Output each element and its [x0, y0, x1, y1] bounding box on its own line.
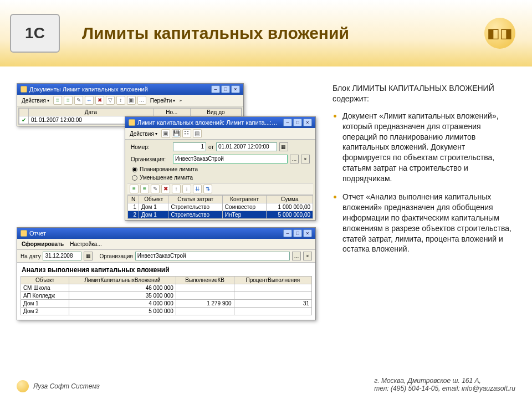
- grid-down-icon[interactable]: ↓: [182, 185, 191, 193]
- add-icon[interactable]: ≡: [53, 96, 62, 105]
- col-kind[interactable]: Вид до: [190, 109, 241, 116]
- post-icon[interactable]: ▣: [127, 96, 136, 105]
- titlebar[interactable]: Отчет – □ ×: [17, 228, 315, 239]
- actions-menu[interactable]: Действия▾: [127, 130, 160, 138]
- col-pct[interactable]: ПроцентВыполнения: [234, 277, 311, 284]
- grid-delete-icon[interactable]: ✖: [161, 185, 170, 193]
- settings-button[interactable]: Настройка...: [68, 240, 104, 248]
- close-button[interactable]: ×: [231, 85, 240, 93]
- calendar-icon[interactable]: ▦: [84, 252, 93, 260]
- grid-sort-icon[interactable]: ⇅: [203, 185, 212, 193]
- radio-decrease[interactable]: [132, 175, 137, 181]
- titlebar[interactable]: Документы Лимит капитальных вложений – □…: [17, 84, 243, 95]
- screenshots-area: Документы Лимит капитальных вложений – □…: [17, 83, 316, 338]
- org-field[interactable]: ИнвестЗаказСтрой: [173, 155, 288, 163]
- grid-add-icon[interactable]: ≡: [130, 185, 139, 193]
- app-icon: [21, 230, 27, 237]
- minimize-button[interactable]: –: [283, 229, 292, 237]
- table-row[interactable]: 1Дом 1СтроительствоСоинвестор1 000 000,0…: [128, 203, 313, 211]
- clear-button[interactable]: ×: [303, 252, 312, 260]
- report-grid[interactable]: Объект ЛимитКапитальныхВложений Выполнен…: [21, 276, 312, 315]
- col-sum[interactable]: Сумма: [267, 196, 313, 203]
- structure-icon[interactable]: ☷: [182, 129, 191, 138]
- col-contr[interactable]: Контрагент: [222, 196, 267, 203]
- radio-plan[interactable]: [132, 167, 137, 172]
- table-row[interactable]: Дом 14 000 0001 279 90031: [21, 300, 312, 308]
- close-button[interactable]: ×: [303, 119, 312, 126]
- report-title: Анализ выполнения капитальных вложений: [17, 263, 315, 275]
- copy-icon[interactable]: ≡: [64, 96, 73, 105]
- minimize-button[interactable]: –: [283, 119, 292, 126]
- toolbar: Сформировать Настройка...: [17, 239, 315, 250]
- number-label: Номер:: [131, 144, 171, 150]
- actions-menu[interactable]: Действия▾: [19, 96, 52, 105]
- table-row[interactable]: АП Колледж35 000 000: [21, 292, 312, 300]
- close-button[interactable]: ×: [303, 229, 312, 237]
- select-button[interactable]: …: [292, 252, 301, 260]
- col-done[interactable]: ВыполнениеКВ: [176, 277, 234, 284]
- org-label: Организация: [99, 253, 132, 259]
- grid-up-icon[interactable]: ↑: [172, 185, 181, 193]
- goto-label: Перейти: [150, 98, 172, 104]
- org-field[interactable]: ИнвестЗаказСтрой: [135, 252, 290, 260]
- on-date-field[interactable]: 31.12.2008: [43, 252, 81, 260]
- toolbar: Действия▾ ▣ 💾 ☷ ▤: [125, 128, 315, 140]
- delete-icon[interactable]: ✖: [95, 96, 104, 105]
- slide-header: 1C Лимиты капитальных вложений ◧◨: [0, 0, 532, 66]
- col-num[interactable]: Но...: [153, 109, 190, 116]
- grid-edit-icon[interactable]: ✎: [151, 185, 160, 193]
- slide-title: Лимиты капитальных вложений: [82, 24, 349, 43]
- table-row[interactable]: Дом 25 000 000: [21, 308, 312, 315]
- radio-plan-row[interactable]: Планирование лимита: [127, 165, 313, 173]
- from-label: от: [208, 144, 214, 150]
- col-n[interactable]: N: [128, 196, 139, 203]
- col-limit[interactable]: ЛимитКапитальныхВложений: [69, 277, 176, 284]
- titlebar[interactable]: Лимит капитальных вложений: Лимит капита…: [125, 117, 315, 128]
- window-document-form: Лимит капитальных вложений: Лимит капита…: [125, 116, 316, 221]
- radio-plan-label: Планирование лимита: [140, 166, 198, 172]
- col-obj[interactable]: Объект: [21, 277, 69, 284]
- grid-fill-icon[interactable]: ⇊: [193, 185, 202, 193]
- radio-decrease-row[interactable]: Уменьшение лимита: [127, 173, 313, 182]
- filter-icon[interactable]: ▽: [106, 96, 115, 105]
- overflow-icon[interactable]: »: [179, 98, 181, 103]
- col-cost[interactable]: Статья затрат: [168, 196, 222, 203]
- grid-copy-icon[interactable]: ≡: [140, 185, 149, 193]
- from-date-field[interactable]: 01.01.2007 12:00:00: [216, 142, 277, 151]
- logo-1c: 1C: [10, 14, 60, 53]
- bullet-item: Отчет «Анализ выполнения капитальных вло…: [342, 191, 515, 254]
- maximize-button[interactable]: □: [221, 85, 230, 93]
- report-icon[interactable]: ▤: [193, 129, 202, 138]
- maximize-button[interactable]: □: [293, 229, 302, 237]
- app-icon: [21, 86, 27, 93]
- more-icon[interactable]: …: [137, 96, 146, 105]
- col-date[interactable]: Дата: [29, 109, 154, 116]
- minimize-button[interactable]: –: [211, 85, 220, 93]
- select-button[interactable]: …: [290, 155, 299, 163]
- form-button[interactable]: Сформировать: [19, 240, 66, 248]
- post-icon[interactable]: ▣: [161, 129, 170, 138]
- lines-grid[interactable]: N Объект Статья затрат Контрагент Сумма …: [127, 195, 313, 219]
- window-title: Лимит капитальных вложений: Лимит капита…: [137, 119, 281, 126]
- save-icon[interactable]: 💾: [172, 129, 181, 138]
- table-row[interactable]: 2Дом 1СтроительствоИнТер5 000 000,00: [128, 211, 313, 219]
- sort-icon[interactable]: ↕: [116, 96, 125, 105]
- number-field[interactable]: 1: [173, 142, 206, 151]
- actions-label: Действия: [130, 131, 154, 137]
- col-obj[interactable]: Объект: [139, 196, 168, 203]
- maximize-button[interactable]: □: [293, 119, 302, 126]
- lead-text: Блок ЛИМИТЫ КАПИТАЛЬНЫХ ВЛОЖЕНИЙ содержи…: [332, 83, 515, 104]
- refresh-icon[interactable]: ↔: [85, 96, 94, 105]
- calendar-icon[interactable]: ▦: [279, 142, 288, 151]
- radio-decrease-label: Уменьшение лимита: [140, 175, 193, 181]
- grid-toolbar: ≡ ≡ ✎ ✖ ↑ ↓ ⇊ ⇅: [127, 183, 313, 195]
- goto-menu[interactable]: Перейти▾: [148, 96, 178, 105]
- app-icon: [129, 119, 135, 126]
- window-title: Отчет: [29, 230, 281, 237]
- description-panel: Блок ЛИМИТЫ КАПИТАЛЬНЫХ ВЛОЖЕНИЙ содержи…: [332, 83, 515, 261]
- clear-button[interactable]: ×: [301, 155, 310, 163]
- table-row[interactable]: СМ Школа46 000 000: [21, 284, 312, 292]
- edit-icon[interactable]: ✎: [74, 96, 83, 105]
- slide-footer: Яуза Софт Системз г. Москва, Дмитровское…: [17, 377, 515, 392]
- org-row: Организация: ИнвестЗаказСтрой … ×: [127, 153, 313, 165]
